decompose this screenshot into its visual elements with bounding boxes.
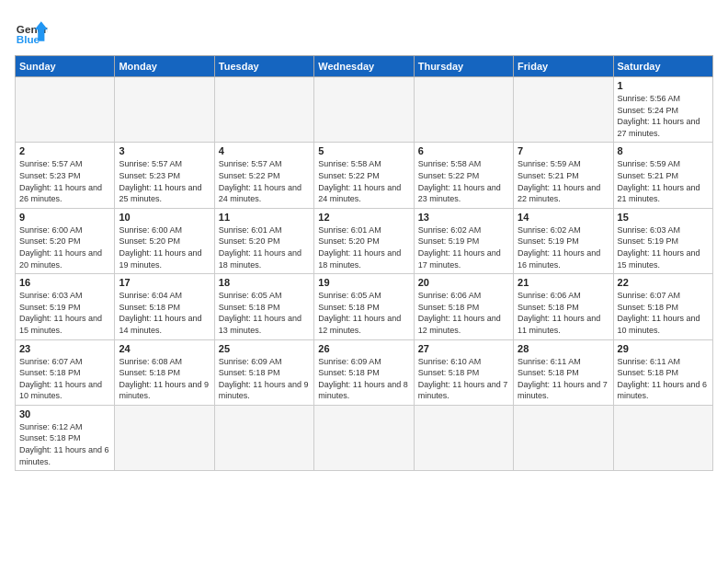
day-info: Sunrise: 6:11 AMSunset: 5:18 PMDaylight:…: [518, 356, 609, 402]
calendar-cell: 7Sunrise: 5:59 AMSunset: 5:21 PMDaylight…: [514, 143, 613, 208]
day-info: Sunrise: 6:00 AMSunset: 5:20 PMDaylight:…: [119, 224, 210, 270]
calendar-cell: 18Sunrise: 6:05 AMSunset: 5:18 PMDayligh…: [214, 274, 313, 339]
calendar-cell: 30Sunrise: 6:12 AMSunset: 5:18 PMDayligh…: [16, 405, 115, 470]
day-number: 29: [618, 343, 709, 354]
calendar-cell: 28Sunrise: 6:11 AMSunset: 5:18 PMDayligh…: [514, 339, 613, 405]
svg-text:Blue: Blue: [17, 33, 40, 45]
day-info: Sunrise: 6:07 AMSunset: 5:18 PMDaylight:…: [618, 290, 709, 336]
day-info: Sunrise: 6:07 AMSunset: 5:18 PMDaylight:…: [19, 356, 110, 402]
calendar-cell: 26Sunrise: 6:09 AMSunset: 5:18 PMDayligh…: [314, 339, 414, 405]
day-header-wednesday: Wednesday: [314, 56, 414, 77]
calendar-cell: [414, 405, 513, 470]
day-number: 19: [318, 277, 409, 288]
day-info: Sunrise: 6:10 AMSunset: 5:18 PMDaylight:…: [418, 356, 509, 402]
calendar-cell: 22Sunrise: 6:07 AMSunset: 5:18 PMDayligh…: [613, 274, 712, 339]
calendar-cell: 10Sunrise: 6:00 AMSunset: 5:20 PMDayligh…: [115, 208, 214, 273]
calendar-cell: [314, 77, 414, 143]
calendar-cell: 12Sunrise: 6:01 AMSunset: 5:20 PMDayligh…: [314, 208, 414, 273]
calendar-cell: [514, 77, 613, 143]
day-info: Sunrise: 6:00 AMSunset: 5:20 PMDaylight:…: [19, 224, 110, 270]
day-info: Sunrise: 6:05 AMSunset: 5:18 PMDaylight:…: [219, 290, 310, 336]
header: General Blue: [15, 15, 713, 48]
day-header-friday: Friday: [514, 56, 613, 77]
day-number: 8: [618, 145, 709, 156]
day-number: 30: [19, 408, 110, 419]
calendar-cell: 19Sunrise: 6:05 AMSunset: 5:18 PMDayligh…: [314, 274, 414, 339]
day-number: 16: [19, 277, 110, 288]
calendar-cell: 15Sunrise: 6:03 AMSunset: 5:19 PMDayligh…: [613, 208, 712, 273]
calendar-cell: [314, 405, 414, 470]
day-number: 4: [219, 145, 310, 156]
day-info: Sunrise: 6:11 AMSunset: 5:18 PMDaylight:…: [618, 356, 709, 402]
day-info: Sunrise: 5:57 AMSunset: 5:22 PMDaylight:…: [219, 158, 310, 204]
calendar-cell: 3Sunrise: 5:57 AMSunset: 5:23 PMDaylight…: [115, 143, 214, 208]
calendar-cell: 24Sunrise: 6:08 AMSunset: 5:18 PMDayligh…: [115, 339, 214, 405]
calendar-cell: [414, 77, 513, 143]
calendar-header-row: SundayMondayTuesdayWednesdayThursdayFrid…: [16, 56, 713, 77]
day-header-monday: Monday: [115, 56, 214, 77]
day-number: 28: [518, 343, 609, 354]
calendar-cell: 4Sunrise: 5:57 AMSunset: 5:22 PMDaylight…: [214, 143, 313, 208]
calendar-cell: [115, 405, 214, 470]
calendar-cell: 29Sunrise: 6:11 AMSunset: 5:18 PMDayligh…: [613, 339, 712, 405]
day-number: 27: [418, 343, 509, 354]
calendar-cell: 16Sunrise: 6:03 AMSunset: 5:19 PMDayligh…: [16, 274, 115, 339]
calendar-cell: 6Sunrise: 5:58 AMSunset: 5:22 PMDaylight…: [414, 143, 513, 208]
day-number: 12: [318, 212, 409, 223]
day-info: Sunrise: 6:09 AMSunset: 5:18 PMDaylight:…: [219, 356, 310, 402]
day-number: 14: [518, 212, 609, 223]
day-number: 13: [418, 212, 509, 223]
calendar-cell: [214, 405, 313, 470]
day-info: Sunrise: 6:05 AMSunset: 5:18 PMDaylight:…: [318, 290, 409, 336]
day-number: 22: [618, 277, 709, 288]
day-info: Sunrise: 6:06 AMSunset: 5:18 PMDaylight:…: [518, 290, 609, 336]
calendar-cell: [613, 405, 712, 470]
day-number: 11: [219, 212, 310, 223]
day-number: 20: [418, 277, 509, 288]
calendar-cell: 2Sunrise: 5:57 AMSunset: 5:23 PMDaylight…: [16, 143, 115, 208]
calendar-cell: 21Sunrise: 6:06 AMSunset: 5:18 PMDayligh…: [514, 274, 613, 339]
day-info: Sunrise: 6:06 AMSunset: 5:18 PMDaylight:…: [418, 290, 509, 336]
day-info: Sunrise: 6:09 AMSunset: 5:18 PMDaylight:…: [318, 356, 409, 402]
calendar-week-row: 30Sunrise: 6:12 AMSunset: 5:18 PMDayligh…: [16, 405, 713, 470]
calendar-week-row: 2Sunrise: 5:57 AMSunset: 5:23 PMDaylight…: [16, 143, 713, 208]
calendar-cell: 20Sunrise: 6:06 AMSunset: 5:18 PMDayligh…: [414, 274, 513, 339]
day-number: 24: [119, 343, 210, 354]
calendar-week-row: 9Sunrise: 6:00 AMSunset: 5:20 PMDaylight…: [16, 208, 713, 273]
logo: General Blue: [15, 15, 48, 48]
calendar-cell: 14Sunrise: 6:02 AMSunset: 5:19 PMDayligh…: [514, 208, 613, 273]
calendar-week-row: 23Sunrise: 6:07 AMSunset: 5:18 PMDayligh…: [16, 339, 713, 405]
day-number: 7: [518, 145, 609, 156]
day-info: Sunrise: 5:56 AMSunset: 5:24 PMDaylight:…: [618, 93, 709, 139]
calendar-cell: 25Sunrise: 6:09 AMSunset: 5:18 PMDayligh…: [214, 339, 313, 405]
day-number: 5: [318, 145, 409, 156]
calendar-week-row: 1Sunrise: 5:56 AMSunset: 5:24 PMDaylight…: [16, 77, 713, 143]
day-header-saturday: Saturday: [613, 56, 712, 77]
calendar-cell: 5Sunrise: 5:58 AMSunset: 5:22 PMDaylight…: [314, 143, 414, 208]
day-header-thursday: Thursday: [414, 56, 513, 77]
day-info: Sunrise: 5:57 AMSunset: 5:23 PMDaylight:…: [119, 158, 210, 204]
day-number: 26: [318, 343, 409, 354]
day-number: 2: [19, 145, 110, 156]
day-info: Sunrise: 6:02 AMSunset: 5:19 PMDaylight:…: [418, 224, 509, 270]
day-info: Sunrise: 5:58 AMSunset: 5:22 PMDaylight:…: [418, 158, 509, 204]
day-number: 23: [19, 343, 110, 354]
day-header-sunday: Sunday: [16, 56, 115, 77]
day-header-tuesday: Tuesday: [214, 56, 313, 77]
calendar-cell: [16, 77, 115, 143]
day-info: Sunrise: 5:59 AMSunset: 5:21 PMDaylight:…: [618, 158, 709, 204]
day-number: 3: [119, 145, 210, 156]
day-info: Sunrise: 6:03 AMSunset: 5:19 PMDaylight:…: [19, 290, 110, 336]
calendar-cell: 8Sunrise: 5:59 AMSunset: 5:21 PMDaylight…: [613, 143, 712, 208]
day-number: 10: [119, 212, 210, 223]
day-number: 25: [219, 343, 310, 354]
day-number: 17: [119, 277, 210, 288]
day-info: Sunrise: 6:03 AMSunset: 5:19 PMDaylight:…: [618, 224, 709, 270]
calendar-cell: [115, 77, 214, 143]
day-number: 15: [618, 212, 709, 223]
day-info: Sunrise: 5:57 AMSunset: 5:23 PMDaylight:…: [19, 158, 110, 204]
day-info: Sunrise: 6:12 AMSunset: 5:18 PMDaylight:…: [19, 421, 110, 467]
calendar-cell: 23Sunrise: 6:07 AMSunset: 5:18 PMDayligh…: [16, 339, 115, 405]
day-number: 9: [19, 212, 110, 223]
calendar-cell: [514, 405, 613, 470]
